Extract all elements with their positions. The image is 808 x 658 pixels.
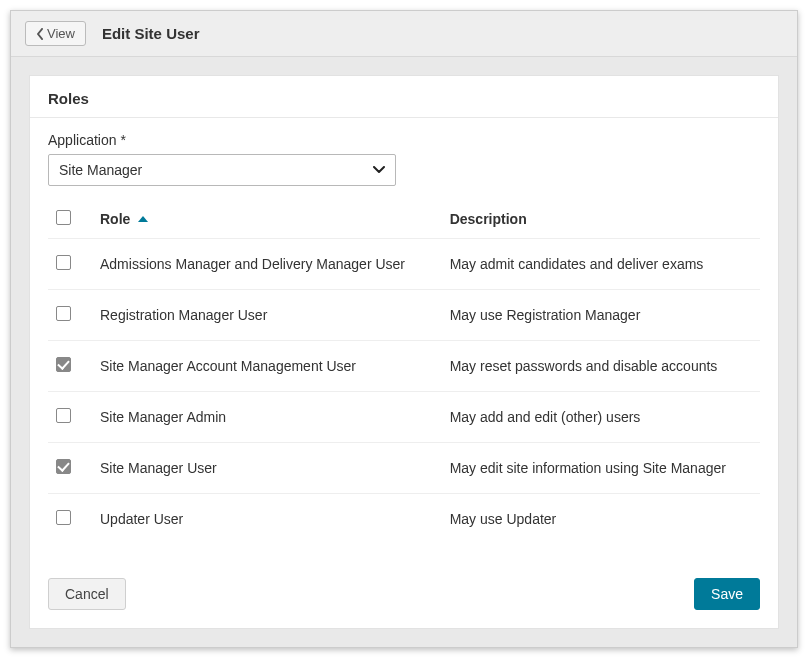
row-checkbox[interactable] xyxy=(56,408,71,423)
page-title: Edit Site User xyxy=(102,25,200,42)
view-button-label: View xyxy=(47,26,75,41)
panel-title: Roles xyxy=(30,76,778,118)
role-column-label: Role xyxy=(100,211,130,227)
row-checkbox-cell xyxy=(48,443,92,494)
row-checkbox[interactable] xyxy=(56,306,71,321)
table-row: Registration Manager UserMay use Registr… xyxy=(48,290,760,341)
application-field: Application * Site Manager xyxy=(30,118,778,192)
description-cell: May use Updater xyxy=(442,494,760,545)
table-row: Admissions Manager and Delivery Manager … xyxy=(48,239,760,290)
description-cell: May reset passwords and disable accounts xyxy=(442,341,760,392)
table-row: Site Manager Account Management UserMay … xyxy=(48,341,760,392)
edit-site-user-window: View Edit Site User Roles Application * … xyxy=(10,10,798,648)
role-cell: Admissions Manager and Delivery Manager … xyxy=(92,239,442,290)
row-checkbox[interactable] xyxy=(56,255,71,270)
table-row: Updater UserMay use Updater xyxy=(48,494,760,545)
row-checkbox-cell xyxy=(48,494,92,545)
role-column-header[interactable]: Role xyxy=(92,196,442,239)
row-checkbox-cell xyxy=(48,341,92,392)
chevron-left-icon xyxy=(36,28,44,40)
description-cell: May edit site information using Site Man… xyxy=(442,443,760,494)
row-checkbox-cell xyxy=(48,239,92,290)
save-button[interactable]: Save xyxy=(694,578,760,610)
cancel-button[interactable]: Cancel xyxy=(48,578,126,610)
select-all-checkbox[interactable] xyxy=(56,210,71,225)
application-select-value: Site Manager xyxy=(59,162,142,178)
titlebar: View Edit Site User xyxy=(11,11,797,57)
description-column-header[interactable]: Description xyxy=(442,196,760,239)
table-row: Site Manager UserMay edit site informati… xyxy=(48,443,760,494)
row-checkbox-cell xyxy=(48,392,92,443)
role-cell: Site Manager Account Management User xyxy=(92,341,442,392)
roles-panel: Roles Application * Site Manager Role xyxy=(29,75,779,629)
role-cell: Site Manager Admin xyxy=(92,392,442,443)
application-label: Application * xyxy=(48,132,760,148)
panel-footer: Cancel Save xyxy=(30,568,778,628)
view-button[interactable]: View xyxy=(25,21,86,46)
select-all-header xyxy=(48,196,92,239)
role-cell: Updater User xyxy=(92,494,442,545)
application-select[interactable]: Site Manager xyxy=(48,154,396,186)
table-row: Site Manager AdminMay add and edit (othe… xyxy=(48,392,760,443)
role-cell: Site Manager User xyxy=(92,443,442,494)
description-cell: May use Registration Manager xyxy=(442,290,760,341)
roles-table: Role Description Admissions Manager and … xyxy=(48,196,760,544)
chevron-down-icon xyxy=(373,166,385,174)
description-cell: May add and edit (other) users xyxy=(442,392,760,443)
role-cell: Registration Manager User xyxy=(92,290,442,341)
description-cell: May admit candidates and deliver exams xyxy=(442,239,760,290)
row-checkbox-cell xyxy=(48,290,92,341)
row-checkbox[interactable] xyxy=(56,459,71,474)
row-checkbox[interactable] xyxy=(56,510,71,525)
row-checkbox[interactable] xyxy=(56,357,71,372)
sort-asc-icon xyxy=(138,209,148,225)
description-column-label: Description xyxy=(450,211,527,227)
